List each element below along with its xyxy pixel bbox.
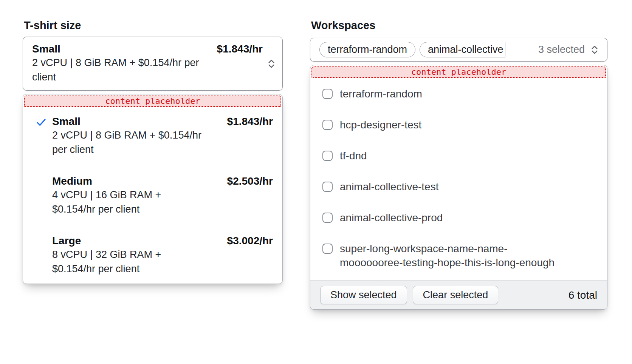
check-icon xyxy=(35,115,52,157)
caret-sort-icon xyxy=(266,58,277,69)
workspace-option-terraform-random[interactable]: terraform-random xyxy=(322,87,596,101)
workspaces-section: Workspaces terraform-random animal-colle… xyxy=(310,19,607,310)
checkbox[interactable] xyxy=(322,89,333,99)
content-placeholder-banner: content placeholder xyxy=(311,66,606,78)
checkbox[interactable] xyxy=(322,213,333,223)
tag-animal-collective[interactable]: animal-collective xyxy=(420,42,505,57)
workspace-option-super-long-workspace[interactable]: super-long-workspace-name-name- moooooor… xyxy=(322,242,596,270)
check-spacer xyxy=(35,175,52,216)
workspaces-select-trigger[interactable]: terraform-random animal-collective 3 sel… xyxy=(310,38,607,62)
workspace-name: terraform-random xyxy=(340,87,422,101)
selected-size-row: Small $1.843/hr xyxy=(32,43,263,56)
option-description: 4 vCPU | 16 GiB RAM + $0.154/hr per clie… xyxy=(52,188,203,216)
checkbox[interactable] xyxy=(322,151,333,161)
option-title: Large xyxy=(52,234,81,247)
tag-terraform-random[interactable]: terraform-random xyxy=(319,42,415,57)
option-body: Small $1.843/hr 2 vCPU | 8 GiB RAM + $0.… xyxy=(52,115,273,157)
workspace-name: animal-collective-prod xyxy=(340,211,443,225)
workspace-name: animal-collective-test xyxy=(340,180,438,194)
tshirt-size-label: T-shirt size xyxy=(24,19,283,32)
workspace-name: hcp-designer-test xyxy=(340,118,421,132)
page: T-shirt size Small $1.843/hr 2 vCPU | 8 … xyxy=(0,0,632,364)
workspace-options: terraform-random hcp-designer-test tf-dn… xyxy=(310,78,607,270)
option-description: 2 vCPU | 8 GiB RAM + $0.154/hr per clien… xyxy=(52,128,203,157)
size-option-medium[interactable]: Medium $2.503/hr 4 vCPU | 16 GiB RAM + $… xyxy=(35,175,273,216)
option-price: $1.843/hr xyxy=(227,115,273,128)
tshirt-size-section: T-shirt size Small $1.843/hr 2 vCPU | 8 … xyxy=(23,19,283,284)
size-option-small[interactable]: Small $1.843/hr 2 vCPU | 8 GiB RAM + $0.… xyxy=(35,115,273,157)
option-title: Medium xyxy=(52,175,92,188)
workspace-name: super-long-workspace-name-name- moooooor… xyxy=(340,242,555,270)
workspace-option-hcp-designer-test[interactable]: hcp-designer-test xyxy=(322,118,596,132)
content-placeholder-banner: content placeholder xyxy=(24,96,281,107)
workspace-option-animal-collective-test[interactable]: animal-collective-test xyxy=(322,180,596,194)
option-title: Small xyxy=(52,115,81,128)
show-selected-button[interactable]: Show selected xyxy=(320,286,407,304)
selected-size-description: 2 vCPU | 8 GiB RAM + $0.154/hr per clien… xyxy=(32,56,204,84)
selected-size-title: Small xyxy=(32,43,60,56)
tshirt-size-select-trigger[interactable]: Small $1.843/hr 2 vCPU | 8 GiB RAM + $0.… xyxy=(23,37,283,91)
option-price: $3.002/hr xyxy=(227,234,273,247)
selected-count: 3 selected xyxy=(538,44,585,56)
size-option-large[interactable]: Large $3.002/hr 8 vCPU | 32 GiB RAM + $0… xyxy=(35,234,273,276)
checkbox[interactable] xyxy=(322,182,333,192)
check-spacer xyxy=(35,234,52,276)
workspaces-footer: Show selected Clear selected 6 total xyxy=(310,281,607,309)
workspaces-listbox: content placeholder terraform-random hcp… xyxy=(310,65,607,310)
workspaces-label: Workspaces xyxy=(311,19,607,32)
caret-sort-icon xyxy=(589,44,600,56)
tshirt-size-listbox: content placeholder Small $1.843/hr 2 vC… xyxy=(23,94,283,284)
workspace-option-tf-dnd[interactable]: tf-dnd xyxy=(322,149,596,163)
workspace-option-animal-collective-prod[interactable]: animal-collective-prod xyxy=(322,211,596,225)
checkbox[interactable] xyxy=(322,244,333,254)
option-body: Large $3.002/hr 8 vCPU | 32 GiB RAM + $0… xyxy=(52,234,273,276)
clear-selected-button[interactable]: Clear selected xyxy=(413,286,499,304)
option-price: $2.503/hr xyxy=(227,175,273,188)
option-description: 8 vCPU | 32 GiB RAM + $0.154/hr per clie… xyxy=(52,247,203,276)
workspace-name: tf-dnd xyxy=(340,149,367,163)
selected-size-price: $1.843/hr xyxy=(217,43,263,56)
option-body: Medium $2.503/hr 4 vCPU | 16 GiB RAM + $… xyxy=(52,175,273,216)
size-options: Small $1.843/hr 2 vCPU | 8 GiB RAM + $0.… xyxy=(23,107,282,276)
checkbox[interactable] xyxy=(322,120,333,130)
total-count: 6 total xyxy=(568,289,597,301)
